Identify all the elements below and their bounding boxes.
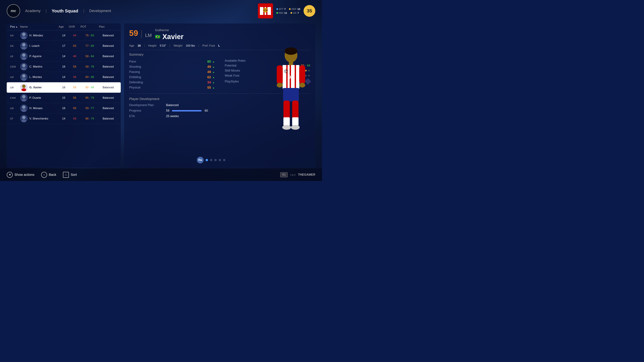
svg-rect-8 (260, 15, 271, 16)
progress-container: 59 60 (166, 109, 208, 112)
col-age: Age (59, 25, 69, 28)
table-row[interactable]: LM L. Montes 14 49 60 - 66 Balanced (7, 72, 121, 82)
table-body: GK H. Méndez 14 44 75 - 83 Balanced GK (7, 30, 121, 124)
player-name: H. Méndez (29, 34, 43, 37)
table-row[interactable]: ST V. Shevchenko 14 43 66 - 74 Balanced (7, 113, 121, 124)
player-age: 17 (59, 44, 69, 48)
age-value: 16 (138, 44, 141, 47)
table-row[interactable]: GK I. Leach 17 63 77 - 94 Balanced (7, 41, 121, 51)
back-label: Back (49, 173, 56, 177)
page-dot-4[interactable] (219, 159, 221, 161)
svg-point-30 (284, 47, 297, 55)
svg-text:ATM: ATM (284, 71, 288, 72)
nav-bar: Academy | Youth Squad | Development (25, 8, 111, 13)
svg-point-43 (299, 83, 305, 87)
stat-value: 55 ▲ (207, 86, 215, 89)
page-dot-2[interactable] (210, 159, 212, 161)
stat-up-arrow: ▲ (212, 60, 215, 63)
stat-label: Passing (129, 70, 140, 74)
nav-development[interactable]: Development (90, 9, 111, 13)
svg-point-26 (22, 109, 26, 112)
svg-point-25 (22, 105, 26, 109)
player-info: V. Shevchenko (20, 115, 59, 122)
progress-bar (172, 110, 202, 111)
bio-sep3: | (198, 44, 199, 47)
table-row[interactable]: GK H. Méndez 14 44 75 - 83 Balanced (7, 30, 121, 41)
left-stats: Pace 80 ▲ Shooting 49 ▲ Passing 49 ▲ Dri… (129, 59, 215, 90)
page-dot-1[interactable] (206, 159, 208, 161)
page-dot-3[interactable] (214, 159, 217, 161)
player-info: L. Montes (20, 73, 59, 81)
svg-point-28 (22, 119, 26, 122)
player-plan: Balanced (99, 86, 118, 89)
player-avatar (20, 84, 28, 91)
nav-academy[interactable]: Academy (25, 9, 40, 13)
svg-point-11 (22, 33, 26, 36)
player-ovr: 59 (69, 107, 80, 110)
svg-point-22 (22, 88, 26, 91)
stat-label: Shooting (129, 65, 141, 68)
player-avatar (20, 42, 28, 50)
header-right: ATM ATT 7 DEF 10 MID 11 (258, 3, 315, 18)
player-info: I. Leach (20, 42, 59, 50)
def-stat: DEF 10 (289, 7, 300, 10)
stat-up-arrow: ▲ (212, 86, 215, 89)
foot-label: Pref. Foot (202, 44, 215, 47)
age-label: Age (129, 44, 134, 47)
weak-foot-label: Weak Foot (225, 74, 239, 77)
sort-button[interactable]: □ Sort (63, 172, 77, 178)
stat-label: Defending (129, 81, 143, 84)
dev-plan-value: Balanced (166, 103, 178, 107)
stat-value: 62 ▲ (207, 75, 215, 79)
player-details-text: Guilherme 🇧🇷 Xavier (155, 28, 184, 41)
table-row[interactable]: CDM C. Martins 16 58 58 - 78 Balanced (7, 61, 121, 72)
stat-label: Pace (129, 60, 136, 63)
player-name: I. Leach (29, 44, 40, 48)
player-info: H. Moraes (20, 104, 59, 112)
player-name: P. Duarte (29, 96, 41, 99)
roles-label: Available Roles (225, 59, 246, 62)
player-name: V. Shevchenko (29, 117, 48, 120)
svg-point-15 (22, 53, 26, 57)
table-row[interactable]: LM G. Xavier 16 59 80 - 94 Balanced (7, 82, 121, 93)
player-name: L. Montes (29, 75, 42, 79)
svg-point-19 (22, 74, 26, 78)
squad-stats-row2: MID 11 GK 7 (276, 11, 300, 14)
r-button[interactable]: R ▶ (197, 157, 204, 163)
player-pot: 80 - 94 (80, 86, 99, 89)
height-value: 5'10" (160, 44, 166, 47)
player-name: G. Xavier (29, 86, 42, 89)
stat-value: 49 ▲ (207, 65, 215, 69)
stat-item: Pace 80 ▲ (129, 59, 215, 64)
header: mc Academy | Youth Squad | Development (0, 0, 322, 22)
total-badge: 35 (304, 5, 315, 17)
player-ovr: 56 (69, 96, 80, 99)
back-button[interactable]: ○ Back (41, 172, 56, 178)
show-actions-button[interactable]: ✕ Show actions (7, 172, 34, 178)
stat-item: Physical 55 ▲ (129, 85, 215, 90)
page-dot-5[interactable] (223, 159, 226, 161)
table-row[interactable]: CAM P. Duarte 15 56 65 - 79 Balanced (7, 93, 121, 103)
dev-progress-max: 60 (204, 109, 208, 112)
weight-label: Weight (174, 44, 182, 47)
player-pos: ST (10, 117, 20, 120)
player-model-area: 99 ATM (262, 23, 315, 168)
stat-item: Passing 49 ▲ (129, 69, 215, 75)
dev-eta-label: ETA (129, 114, 163, 118)
table-row[interactable]: LW H. Moraes 16 59 59 - 77 Balanced (7, 103, 121, 113)
player-pos: GK (10, 34, 20, 37)
table-row[interactable]: LB P. Aguirre 14 48 58 - 64 Balanced (7, 51, 121, 61)
mid-label: MID (279, 11, 284, 14)
squad-stats-row1: ATT 7 DEF 10 (276, 7, 300, 10)
player-ovr: 43 (69, 117, 80, 120)
x-icon-circle: ✕ (7, 172, 13, 178)
nav-youth-squad[interactable]: Youth Squad (52, 8, 78, 13)
mid-stat: MID 11 (276, 11, 287, 14)
stat-value: 49 ▲ (207, 70, 215, 74)
show-actions-label: Show actions (14, 173, 34, 177)
player-info: G. Xavier (20, 84, 59, 91)
player-info: P. Duarte (20, 94, 59, 102)
player-plan: Balanced (99, 34, 118, 37)
stat-up-arrow: ▲ (212, 65, 215, 68)
svg-point-12 (22, 36, 26, 39)
